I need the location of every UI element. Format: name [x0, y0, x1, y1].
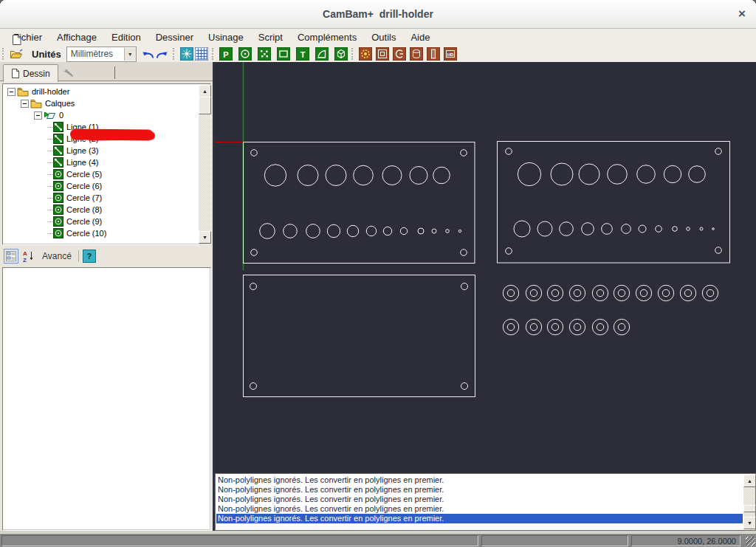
tree-item[interactable]: Cercle (7)	[4, 192, 198, 204]
categorized-view-icon[interactable]	[4, 249, 18, 264]
menu-item-edition[interactable]: Edition	[104, 30, 148, 44]
toolbar-grip[interactable]	[212, 48, 216, 60]
tab-drawing[interactable]: Dessin	[3, 64, 58, 82]
tree-item[interactable]: Ligne (4)	[4, 156, 198, 168]
tab-drawing-label: Dessin	[23, 69, 50, 79]
ring-outer	[569, 319, 585, 334]
menu-item-affichage[interactable]: Affichage	[49, 30, 104, 44]
status-panel-1	[1, 535, 478, 546]
menu-item-dessiner[interactable]: Dessiner	[148, 30, 201, 44]
layer-icon	[44, 111, 56, 120]
tree-item[interactable]: Cercle (10)	[4, 227, 198, 239]
help-icon[interactable]: ?	[83, 250, 96, 263]
tree-item[interactable]: Calques	[4, 97, 198, 109]
main-toolbar: Unités Millimètres ▼ PT HD	[0, 46, 756, 63]
log-line[interactable]: Non-polylignes ignorés. Les convertir en…	[216, 504, 743, 514]
drill-icon[interactable]	[358, 47, 373, 61]
log-line[interactable]: Non-polylignes ignorés. Les convertir en…	[216, 485, 743, 495]
log-line[interactable]: Non-polylignes ignorés. Les convertir en…	[216, 495, 743, 504]
circle-icon	[53, 181, 63, 191]
ring-outer	[614, 285, 629, 300]
profile-icon[interactable]	[392, 47, 407, 61]
line-icon	[53, 145, 63, 156]
hd-icon[interactable]: HD	[443, 47, 458, 61]
menu-item-script[interactable]: Script	[251, 30, 290, 44]
scroll-down-icon[interactable]: ▼	[199, 231, 211, 244]
circle-tool-icon[interactable]	[238, 47, 252, 61]
cad-canvas-svg[interactable]	[215, 62, 756, 473]
ring-inner	[551, 323, 558, 330]
scroll-up-icon[interactable]: ▲	[199, 85, 211, 97]
close-icon[interactable]: ×	[738, 0, 746, 28]
log-line[interactable]: Non-polylignes ignorés. Les convertir en…	[216, 475, 743, 485]
tree-item[interactable]: Cercle (6)	[4, 180, 198, 192]
redo-icon[interactable]	[155, 47, 170, 61]
drawing-tree: drill-holderCalques0Ligne (1)Ligne (2)Li…	[2, 83, 211, 245]
circle-icon	[53, 204, 63, 215]
tree-item[interactable]: Cercle (5)	[4, 168, 198, 180]
tree-scrollbar-thumb[interactable]	[199, 97, 211, 114]
text-icon[interactable]: T	[295, 47, 310, 61]
rectangle-icon[interactable]	[276, 47, 291, 61]
ring-outer	[680, 285, 695, 300]
menu-item-usinage[interactable]: Usinage	[201, 30, 251, 44]
grid-icon[interactable]	[194, 47, 209, 61]
engrave-icon[interactable]	[426, 47, 441, 61]
surface-icon[interactable]	[334, 47, 348, 61]
resize-grip[interactable]	[746, 537, 755, 546]
tree-item[interactable]: Cercle (8)	[4, 204, 198, 216]
toolbar-grip[interactable]	[2, 48, 6, 60]
tree-item[interactable]: Cercle (9)	[4, 216, 198, 227]
pocket-icon[interactable]	[375, 47, 390, 61]
hole-circle	[461, 250, 467, 256]
hole-circle	[410, 167, 427, 185]
ring-outer	[614, 319, 629, 334]
units-select[interactable]: Millimètres ▼	[66, 47, 137, 62]
alphabetical-sort-icon[interactable]: AZ	[22, 250, 35, 263]
ring-inner	[574, 289, 580, 296]
tree-expand-icon[interactable]	[34, 111, 42, 120]
ring-inner	[530, 289, 537, 296]
ring-inner	[507, 289, 514, 296]
toolbar-grip[interactable]	[173, 48, 176, 60]
plate-outline	[244, 275, 475, 397]
menu-item-aide[interactable]: Aide	[403, 30, 437, 44]
log-scrollbar[interactable]: ▲ ▼	[743, 475, 755, 529]
toolbar-grip[interactable]	[351, 48, 355, 60]
tree-scrollbar[interactable]: ▲ ▼	[199, 85, 210, 244]
advanced-label[interactable]: Avancé	[42, 251, 72, 261]
log-scrollbar-thumb[interactable]	[743, 505, 756, 512]
points-icon[interactable]	[257, 47, 272, 61]
tree-item[interactable]: Ligne (3)	[4, 145, 198, 156]
snap-point-icon[interactable]	[179, 47, 194, 61]
tab-system-redacted[interactable]	[57, 66, 83, 80]
hole-circle	[432, 229, 436, 233]
hole-circle	[551, 163, 573, 185]
cad-viewport[interactable]	[215, 62, 756, 473]
circle-icon	[53, 193, 63, 203]
lathe-icon[interactable]	[409, 47, 424, 61]
undo-icon[interactable]	[140, 47, 155, 61]
new-file-icon[interactable]	[9, 33, 24, 47]
scroll-down-icon[interactable]: ▼	[743, 517, 756, 529]
tree-item[interactable]: drill-holder	[4, 86, 198, 97]
polyline-icon[interactable]: P	[219, 47, 233, 61]
log-line[interactable]: Non-polylignes ignorés. Les convertir en…	[216, 514, 743, 523]
hole-circle	[327, 224, 340, 237]
tree-expand-icon[interactable]	[7, 88, 16, 96]
menu-item-outils[interactable]: Outils	[364, 30, 403, 44]
tree-expand-icon[interactable]	[21, 100, 29, 108]
arc-icon[interactable]	[315, 47, 329, 61]
chevron-down-icon[interactable]: ▼	[124, 48, 136, 61]
ring-inner	[684, 289, 691, 296]
menu-item-compléments[interactable]: Compléments	[290, 30, 364, 44]
hole-circle	[251, 250, 258, 256]
open-file-icon[interactable]	[9, 47, 24, 61]
units-value: Millimètres	[71, 49, 113, 59]
tree-item[interactable]: 0	[4, 109, 198, 121]
hole-circle	[537, 221, 552, 236]
scroll-up-icon[interactable]: ▲	[743, 475, 756, 487]
units-label: Unités	[32, 49, 61, 60]
ring-outer	[547, 285, 563, 300]
title-bar: CamBam+ drill-holder ×	[0, 0, 756, 29]
